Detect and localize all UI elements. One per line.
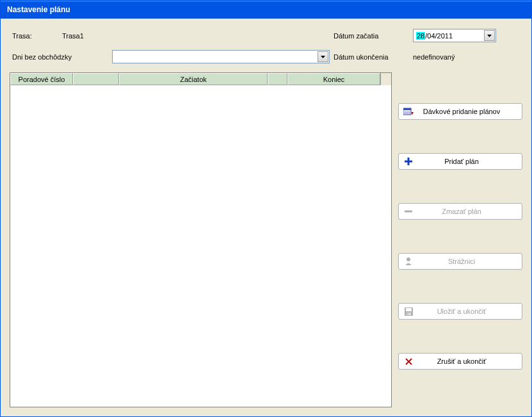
svg-marker-1 [321, 56, 325, 58]
dni-label: Dni bez obchôdzky [12, 53, 112, 61]
svg-rect-17 [407, 313, 408, 315]
col-end[interactable]: Koniec [287, 73, 380, 85]
window-title: Nastavenie plánu [7, 5, 70, 14]
col-start[interactable]: Začiatok [119, 73, 268, 85]
minus-icon [403, 206, 414, 217]
chevron-down-icon [321, 56, 325, 58]
content-area: Trasa: Trasa1 Dátum začatia 28/04/2011 D… [1, 19, 531, 416]
datum-zaciatia-input[interactable]: 28/04/2011 [413, 29, 496, 42]
save-exit-label: Uložiť a ukončiť [421, 307, 522, 315]
svg-rect-15 [406, 308, 412, 311]
col-scroll-gap [380, 73, 391, 85]
datum-ukoncenia-value: nedefinovaný [413, 53, 496, 61]
table-body[interactable] [10, 85, 391, 407]
plans-table[interactable]: Poradové číslo Začiatok Koniec [10, 72, 392, 407]
date-rest: /04/2011 [425, 32, 453, 40]
col-blank[interactable] [73, 73, 119, 85]
cancel-exit-label: Zrušiť a ukončiť [421, 357, 522, 365]
svg-rect-12 [405, 211, 412, 213]
dni-dropdown-button[interactable] [318, 51, 328, 62]
add-plan-label: Pridať plán [421, 158, 522, 165]
datum-zaciatia-label: Dátum začatia [334, 32, 413, 40]
svg-marker-0 [487, 35, 492, 37]
guards-label: Strážnici [421, 258, 522, 265]
window-titlebar: Nastavenie plánu [1, 1, 531, 19]
svg-point-13 [407, 258, 410, 261]
trasa-label: Trasa: [12, 32, 62, 40]
svg-rect-11 [405, 161, 412, 163]
guard-icon [403, 256, 414, 267]
date-value: 28/04/2011 [416, 32, 453, 40]
main-area: Poradové číslo Začiatok Koniec [10, 72, 522, 407]
date-day-selected: 28 [416, 32, 425, 40]
plus-icon [403, 156, 414, 167]
delete-plan-label: Zmazať plán [421, 208, 522, 215]
chevron-down-icon [487, 35, 492, 37]
save-exit-button: Uložiť a ukončiť [398, 303, 522, 320]
svg-marker-9 [411, 112, 414, 115]
col-seq[interactable]: Poradové číslo [10, 73, 73, 85]
calendar-batch-icon [403, 106, 414, 117]
close-icon [403, 356, 414, 367]
save-icon [403, 306, 414, 317]
col-blank2[interactable] [268, 73, 287, 85]
cancel-exit-button[interactable]: Zrušiť a ukončiť [398, 353, 522, 370]
date-dropdown-button[interactable] [484, 30, 495, 41]
guards-button: Strážnici [398, 253, 522, 270]
form-row-top: Trasa: Trasa1 Dátum začatia 28/04/2011 [12, 29, 520, 42]
dni-combo[interactable] [112, 50, 330, 63]
delete-plan-button: Zmazať plán [398, 203, 522, 220]
svg-rect-3 [403, 108, 411, 110]
batch-add-button[interactable]: Dávkové pridanie plánov [398, 103, 522, 120]
table-header: Poradové číslo Začiatok Koniec [10, 73, 391, 85]
add-plan-button[interactable]: Pridať plán [398, 153, 522, 170]
batch-add-label: Dávkové pridanie plánov [421, 108, 522, 115]
form-row-bottom: Dni bez obchôdzky Dátum ukončenia nedefi… [12, 50, 520, 63]
action-sidebar: Dávkové pridanie plánov Pridať plán [398, 72, 522, 407]
form-area: Trasa: Trasa1 Dátum začatia 28/04/2011 D… [10, 25, 522, 72]
trasa-value: Trasa1 [62, 32, 112, 40]
datum-ukoncenia-label: Dátum ukončenia [334, 53, 413, 61]
